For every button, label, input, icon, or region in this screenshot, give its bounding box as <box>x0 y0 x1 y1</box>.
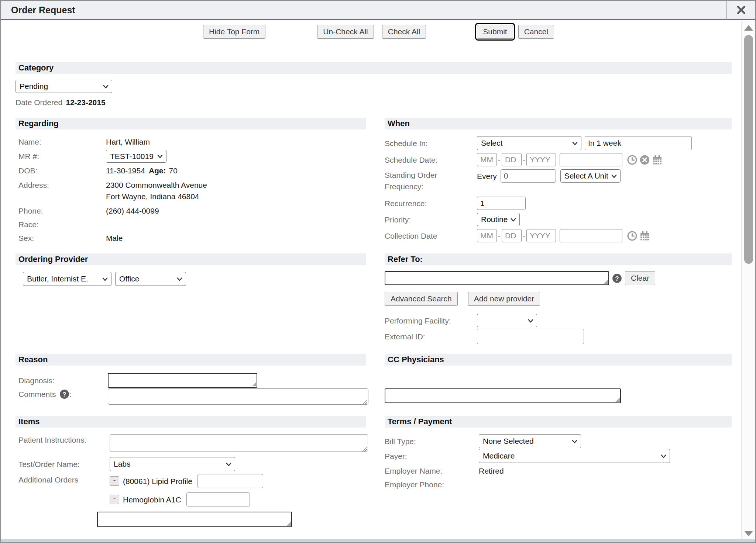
cc-physicians-input[interactable] <box>385 388 621 403</box>
new-order-search-input[interactable] <box>97 512 292 527</box>
patient-instructions-label: Patient Instructions: <box>16 434 110 446</box>
dob-value: 11-30-1954 <box>106 165 145 176</box>
employer-phone-label: Employer Phone: <box>385 479 479 490</box>
collection-date-mm[interactable] <box>477 229 497 242</box>
dialog-content: Hide Top Form Un-Check All Check All Sub… <box>1 20 739 536</box>
regarding-section: Regarding Name: Hart, William MR #: TEST… <box>16 118 366 244</box>
submit-button[interactable]: Submit <box>477 25 513 39</box>
collection-date-dd[interactable] <box>502 229 522 242</box>
scroll-up-icon[interactable] <box>744 25 753 31</box>
add-new-provider-button[interactable]: Add new provider <box>468 292 540 306</box>
check-all-button[interactable]: Check All <box>382 25 426 39</box>
remove-order-button[interactable]: - <box>110 495 119 504</box>
recurrence-label: Recurrence: <box>385 198 477 209</box>
order-request-dialog: Order Request Hide Top Form Un-Check All… <box>0 0 756 543</box>
age-value: 70 <box>169 165 178 176</box>
terms-payment-section-header: Terms / Payment <box>385 416 732 428</box>
when-section: When Schedule In: Select Schedule Date: … <box>385 118 732 244</box>
order-detail-input[interactable] <box>197 474 263 488</box>
recurrence-input[interactable] <box>477 197 526 210</box>
order-detail-input[interactable] <box>186 492 250 506</box>
comments-label: Comments : <box>16 388 108 400</box>
clear-date-icon[interactable] <box>639 155 650 165</box>
schedule-date-time[interactable] <box>560 153 622 166</box>
top-toolbar: Hide Top Form Un-Check All Check All Sub… <box>1 20 739 44</box>
chevron-down-icon <box>528 318 534 324</box>
close-icon <box>736 5 746 15</box>
clock-icon[interactable] <box>627 155 638 165</box>
close-button[interactable] <box>726 0 755 20</box>
performing-facility-label: Performing Facility: <box>385 315 477 326</box>
patient-instructions-textarea[interactable] <box>110 434 368 452</box>
chevron-down-icon <box>176 276 183 282</box>
test-order-name-select[interactable]: Labs <box>110 457 235 471</box>
schedule-in-input[interactable] <box>585 136 692 150</box>
uncheck-all-button[interactable]: Un-Check All <box>317 25 374 39</box>
dialog-title: Order Request <box>1 5 726 15</box>
additional-orders-label: Additional Orders <box>16 474 110 485</box>
priority-select[interactable]: Routine <box>477 213 520 226</box>
diagnosis-input[interactable] <box>108 373 257 388</box>
employer-name-value: Retired <box>479 465 504 477</box>
calendar-icon[interactable] <box>652 155 663 165</box>
employer-name-label: Employer Name: <box>385 465 479 477</box>
ordering-provider-select[interactable]: Butler, Internist E. <box>23 272 111 286</box>
diagnosis-label: Diagnosis: <box>16 375 108 386</box>
external-id-label: External ID: <box>385 331 477 342</box>
cancel-button[interactable]: Cancel <box>518 25 554 39</box>
external-id-input[interactable] <box>477 329 584 344</box>
calendar-icon[interactable] <box>639 231 650 241</box>
schedule-date-label: Schedule Date: <box>385 154 477 166</box>
clock-icon[interactable] <box>627 231 638 241</box>
advanced-search-button[interactable]: Advanced Search <box>385 292 458 306</box>
category-select[interactable]: Pending <box>16 80 112 93</box>
refer-to-section-header: Refer To: <box>385 253 732 265</box>
priority-label: Priority: <box>385 214 477 225</box>
hide-top-form-button[interactable]: Hide Top Form <box>203 25 265 39</box>
help-icon[interactable] <box>612 273 622 283</box>
performing-facility-select[interactable] <box>477 314 537 327</box>
scrollbar-thumb[interactable] <box>744 35 753 264</box>
cc-physicians-section-header: CC Physicians <box>385 354 732 366</box>
test-order-name-label: Test/Order Name: <box>16 459 110 470</box>
ordering-provider-section-header: Ordering Provider <box>16 253 366 265</box>
horizontal-scrollbar[interactable] <box>1 539 755 542</box>
scroll-down-icon[interactable] <box>744 531 753 536</box>
order-name: Hemoglobin A1C <box>123 494 181 505</box>
comments-textarea[interactable] <box>108 388 368 405</box>
mr-number-select[interactable]: TEST-10019 <box>106 150 166 163</box>
schedule-date-mm[interactable] <box>477 153 497 166</box>
bill-type-select[interactable]: None Selected <box>479 434 581 448</box>
chevron-down-icon <box>660 453 667 459</box>
terms-payment-section: Terms / Payment Bill Type: None Selected… <box>385 416 732 527</box>
reason-section: Reason Diagnosis: Comments : <box>16 354 366 406</box>
items-section: Items Patient Instructions: Test/Order N… <box>16 416 366 527</box>
schedule-date-dd[interactable] <box>502 153 522 166</box>
category-section-header: Category <box>16 62 732 74</box>
payer-select[interactable]: Medicare <box>479 449 670 463</box>
phone-value: (260) 444-0099 <box>106 205 159 217</box>
help-icon[interactable] <box>59 389 69 399</box>
chevron-down-icon <box>103 83 109 90</box>
schedule-in-select[interactable]: Select <box>477 136 581 150</box>
provider-location-select[interactable]: Office <box>115 272 186 286</box>
clear-button[interactable]: Clear <box>625 271 655 285</box>
collection-date-yyyy[interactable] <box>526 229 556 242</box>
vertical-scrollbar[interactable] <box>741 21 755 542</box>
remove-order-button[interactable]: - <box>110 476 119 486</box>
collection-date-label: Collection Date <box>385 230 477 242</box>
bill-type-label: Bill Type: <box>385 436 479 447</box>
schedule-date-yyyy[interactable] <box>526 153 556 166</box>
collection-date-time[interactable] <box>560 229 622 242</box>
cc-physicians-section: CC Physicians <box>385 354 732 406</box>
refer-to-search-input[interactable] <box>385 271 609 285</box>
every-input[interactable] <box>501 169 556 183</box>
chevron-down-icon <box>102 276 108 282</box>
unit-select[interactable]: Select A Unit <box>560 169 621 183</box>
standing-order-frequency-label: Standing Order Frequency: <box>385 169 477 192</box>
address-label: Address: <box>16 179 106 191</box>
address-value: 2300 Commonwealth Avenue Fort Wayne, Ind… <box>106 179 207 202</box>
sex-value: Male <box>106 232 123 244</box>
name-label: Name: <box>16 136 106 148</box>
items-section-header: Items <box>16 416 366 428</box>
